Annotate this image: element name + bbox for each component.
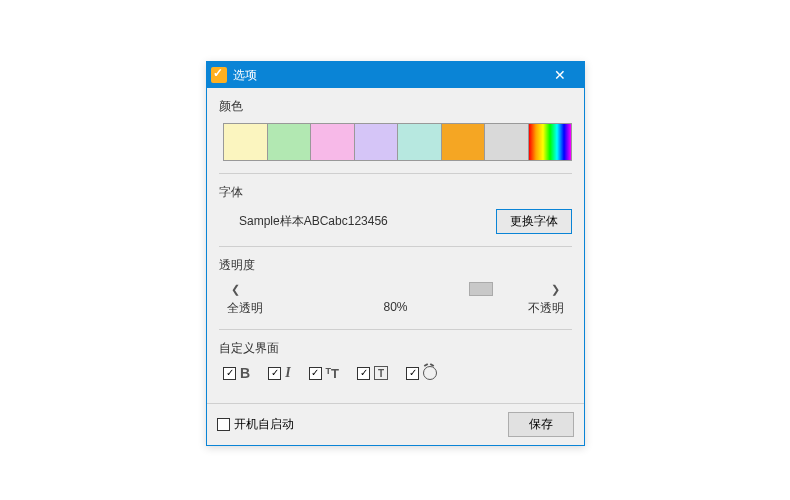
font-label: 字体 [219, 184, 572, 201]
custom-item-4: ✓ [406, 366, 437, 380]
custom-ui-row: ✓B✓I✓TT✓T✓ [219, 365, 572, 381]
opacity-decrease-button[interactable]: ❮ [225, 283, 246, 296]
custom-item-2: ✓TT [309, 366, 339, 381]
custom-ui-section: 自定义界面 ✓B✓I✓TT✓T✓ [219, 340, 572, 393]
custom-checkbox-1[interactable]: ✓ [268, 367, 281, 380]
font-size-icon: TT [326, 366, 339, 381]
custom-checkbox-0[interactable]: ✓ [223, 367, 236, 380]
color-swatch-7[interactable] [529, 124, 572, 160]
italic-icon: I [285, 365, 290, 381]
opacity-increase-button[interactable]: ❯ [545, 283, 566, 296]
color-swatch-1[interactable] [268, 124, 312, 160]
opacity-max-label: 不透明 [528, 300, 564, 317]
color-swatch-6[interactable] [485, 124, 529, 160]
opacity-section: 透明度 ❮ ❯ 全透明 80% 不透明 [219, 257, 572, 330]
font-section: 字体 Sample样本ABCabc123456 更换字体 [219, 184, 572, 247]
dialog-footer: 开机自启动 保存 [207, 403, 584, 445]
opacity-label: 透明度 [219, 257, 572, 274]
dialog-body: 颜色 字体 Sample样本ABCabc123456 更换字体 透明度 ❮ ❯ … [207, 88, 584, 393]
titlebar[interactable]: 选项 ✕ [207, 62, 584, 88]
font-sample: Sample样本ABCabc123456 [239, 213, 486, 230]
close-icon[interactable]: ✕ [540, 62, 580, 88]
autostart-label: 开机自启动 [234, 416, 294, 433]
custom-item-1: ✓I [268, 365, 290, 381]
custom-checkbox-4[interactable]: ✓ [406, 367, 419, 380]
text-box-icon: T [374, 366, 388, 380]
color-section: 颜色 [219, 98, 572, 174]
autostart-checkbox[interactable] [217, 418, 230, 431]
custom-item-3: ✓T [357, 366, 388, 380]
color-swatch-5[interactable] [442, 124, 486, 160]
color-swatch-2[interactable] [311, 124, 355, 160]
opacity-slider-thumb[interactable] [469, 282, 493, 296]
color-swatch-3[interactable] [355, 124, 399, 160]
save-button[interactable]: 保存 [508, 412, 574, 437]
opacity-min-label: 全透明 [227, 300, 263, 317]
opacity-value-label: 80% [383, 300, 407, 317]
change-font-button[interactable]: 更换字体 [496, 209, 572, 234]
color-label: 颜色 [219, 98, 572, 115]
custom-checkbox-3[interactable]: ✓ [357, 367, 370, 380]
bold-icon: B [240, 365, 250, 381]
custom-ui-label: 自定义界面 [219, 340, 572, 357]
color-swatch-row [223, 123, 572, 161]
app-icon [211, 67, 227, 83]
color-swatch-4[interactable] [398, 124, 442, 160]
color-swatch-0[interactable] [224, 124, 268, 160]
options-dialog: 选项 ✕ 颜色 字体 Sample样本ABCabc123456 更换字体 透明度… [206, 61, 585, 446]
custom-item-0: ✓B [223, 365, 250, 381]
alarm-icon [423, 366, 437, 380]
custom-checkbox-2[interactable]: ✓ [309, 367, 322, 380]
window-title: 选项 [233, 67, 540, 84]
opacity-slider-track[interactable] [254, 282, 537, 296]
